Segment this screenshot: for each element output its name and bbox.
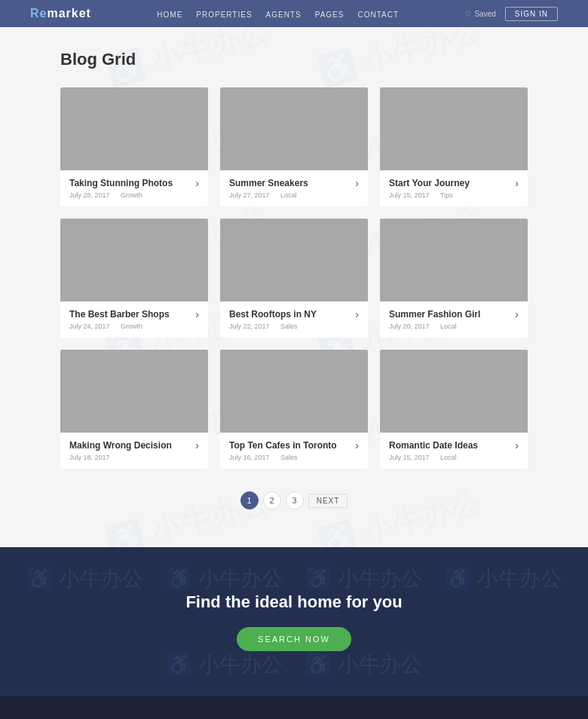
blog-card-info: Top Ten Cafes in Toronto July 16, 2017 ·…: [229, 440, 349, 461]
blog-card-meta: July 16, 2017 · Sales: [229, 454, 349, 461]
nav-contact[interactable]: Contact: [357, 11, 399, 19]
blog-card-image: [60, 219, 208, 301]
meta-dot: ·: [115, 191, 117, 199]
meta-dot: ·: [274, 191, 277, 199]
blog-card-date: July 15, 2017: [389, 191, 430, 199]
blog-card-body: Best Rooftops in NY July 22, 2017 · Sale…: [220, 301, 368, 338]
nav-home[interactable]: Home: [157, 11, 182, 19]
meta-dot: ·: [274, 454, 277, 461]
blog-card[interactable]: Making Wrong Decision July 18, 2017 ›: [60, 350, 208, 469]
blog-card-meta: July 20, 2017 · Local: [389, 323, 509, 330]
blog-card-title: Best Rooftops in NY: [229, 309, 349, 320]
blog-card-arrow-icon: ›: [515, 178, 519, 188]
blog-card-date: July 22, 2017: [229, 323, 270, 330]
blog-card-info: Summer Fashion Girl July 20, 2017 · Loca…: [389, 309, 509, 330]
pagination: 1 2 3 Next: [60, 491, 528, 509]
blog-card-meta: July 22, 2017 · Sales: [229, 323, 349, 330]
blog-card[interactable]: Taking Stunning Photos July 28, 2017 · G…: [60, 87, 208, 207]
blog-card-body: The Best Barber Shops July 24, 2017 · Gr…: [60, 301, 208, 338]
blog-card-arrow-icon: ›: [515, 309, 519, 320]
footer: About Aenean sollicitudin, lorem quis bi…: [0, 696, 588, 719]
blog-card-arrow-icon: ›: [195, 440, 199, 451]
meta-dot: ·: [434, 191, 436, 199]
blog-card-title: Summer Sneakers: [229, 178, 349, 188]
blog-card-image: [220, 219, 368, 301]
blog-card-arrow-icon: ›: [355, 309, 359, 320]
blog-card-meta: July 27, 2017 · Local: [229, 191, 349, 199]
blog-card-info: The Best Barber Shops July 24, 2017 · Gr…: [69, 309, 189, 330]
blog-card-body: Summer Sneakers July 27, 2017 · Local ›: [220, 170, 368, 207]
blog-card-category: Local: [440, 323, 457, 330]
blog-card-arrow-icon: ›: [355, 440, 359, 451]
blog-card-category: Sales: [280, 323, 298, 330]
blog-card-date: July 16, 2017: [229, 454, 270, 461]
blog-card-meta: July 18, 2017: [69, 454, 189, 461]
page-btn-3[interactable]: 3: [286, 491, 304, 509]
blog-card-title: Start Your Journey: [389, 178, 509, 188]
blog-card-image: [60, 350, 208, 433]
page-next-btn[interactable]: Next: [308, 494, 348, 508]
blog-card-info: Making Wrong Decision July 18, 2017: [69, 440, 189, 461]
blog-card-body: Summer Fashion Girl July 20, 2017 · Loca…: [380, 301, 528, 338]
blog-card-date: July 20, 2017: [389, 323, 430, 330]
blog-card-title: Taking Stunning Photos: [69, 178, 189, 188]
cta-title: Find the ideal home for you: [30, 592, 558, 612]
blog-card-title: Making Wrong Decision: [69, 440, 189, 451]
blog-card-info: Taking Stunning Photos July 28, 2017 · G…: [69, 178, 189, 199]
logo-text: Re: [30, 7, 47, 20]
page-title: Blog Grid: [60, 50, 528, 69]
meta-dot: ·: [434, 454, 436, 461]
blog-card-arrow-icon: ›: [355, 178, 359, 188]
blog-card-image: [380, 87, 528, 170]
blog-card-date: July 15, 2017: [389, 454, 430, 461]
saved-label[interactable]: ♡ Saved: [464, 10, 495, 18]
blog-card-category: Local: [280, 191, 297, 199]
meta-dot: ·: [115, 323, 117, 330]
cta-search-button[interactable]: Search Now: [237, 627, 351, 651]
blog-card[interactable]: Best Rooftops in NY July 22, 2017 · Sale…: [220, 219, 368, 338]
blog-card-title: Summer Fashion Girl: [389, 309, 509, 320]
blog-card-image: [380, 219, 528, 301]
blog-card[interactable]: Start Your Journey July 15, 2017 · Tips …: [380, 87, 528, 207]
blog-card-title: Romantic Date Ideas: [389, 440, 509, 451]
blog-card-image: [380, 350, 528, 433]
blog-card-body: Taking Stunning Photos July 28, 2017 · G…: [60, 170, 208, 207]
blog-card-meta: July 28, 2017 · Growth: [69, 191, 189, 199]
blog-card-info: Best Rooftops in NY July 22, 2017 · Sale…: [229, 309, 349, 330]
blog-card-category: Growth: [121, 323, 142, 330]
blog-card-date: July 28, 2017: [69, 191, 110, 199]
nav-agents[interactable]: Agents: [266, 11, 302, 19]
blog-card[interactable]: Summer Fashion Girl July 20, 2017 · Loca…: [380, 219, 528, 338]
navbar: Remarket Home Properties Agents Pages Co…: [0, 0, 588, 27]
nav-properties[interactable]: Properties: [196, 11, 252, 19]
blog-card-date: July 27, 2017: [229, 191, 270, 199]
blog-card-meta: July 15, 2017 · Local: [389, 454, 509, 461]
blog-card[interactable]: Romantic Date Ideas July 15, 2017 · Loca…: [380, 350, 528, 469]
blog-card-image: [220, 87, 368, 170]
cta-section: ♿ 小牛办公 ♿ 小牛办公 ♿ 小牛办公 ♿ 小牛办公 ♿ 小牛办公 ♿ 小牛办…: [0, 547, 588, 696]
blog-card[interactable]: The Best Barber Shops July 24, 2017 · Gr…: [60, 219, 208, 338]
logo[interactable]: Remarket: [30, 7, 91, 20]
blog-card-meta: July 15, 2017 · Tips: [389, 191, 509, 199]
blog-card-arrow-icon: ›: [195, 309, 199, 320]
blog-card[interactable]: Top Ten Cafes in Toronto July 16, 2017 ·…: [220, 350, 368, 469]
blog-card-title: Top Ten Cafes in Toronto: [229, 440, 349, 451]
blog-grid: Taking Stunning Photos July 28, 2017 · G…: [60, 87, 528, 469]
blog-card-body: Making Wrong Decision July 18, 2017 ›: [60, 433, 208, 469]
blog-card-body: Top Ten Cafes in Toronto July 16, 2017 ·…: [220, 433, 368, 469]
blog-card-category: Growth: [121, 191, 142, 199]
blog-card-info: Romantic Date Ideas July 15, 2017 · Loca…: [389, 440, 509, 461]
nav-pages[interactable]: Pages: [315, 11, 345, 19]
logo-suffix: market: [47, 7, 90, 20]
signin-button[interactable]: Sign In: [505, 7, 558, 21]
blog-card-category: Local: [440, 454, 457, 461]
page-btn-2[interactable]: 2: [263, 491, 281, 509]
blog-card[interactable]: Summer Sneakers July 27, 2017 · Local ›: [220, 87, 368, 207]
blog-card-body: Romantic Date Ideas July 15, 2017 · Loca…: [380, 433, 528, 469]
blog-card-date: July 24, 2017: [69, 323, 110, 330]
cta-watermark: ♿ 小牛办公 ♿ 小牛办公 ♿ 小牛办公 ♿ 小牛办公 ♿ 小牛办公 ♿ 小牛办…: [0, 547, 588, 696]
blog-card-arrow-icon: ›: [515, 440, 519, 451]
page-btn-1[interactable]: 1: [240, 491, 259, 509]
blog-card-info: Start Your Journey July 15, 2017 · Tips: [389, 178, 509, 199]
blog-card-image: [220, 350, 368, 433]
